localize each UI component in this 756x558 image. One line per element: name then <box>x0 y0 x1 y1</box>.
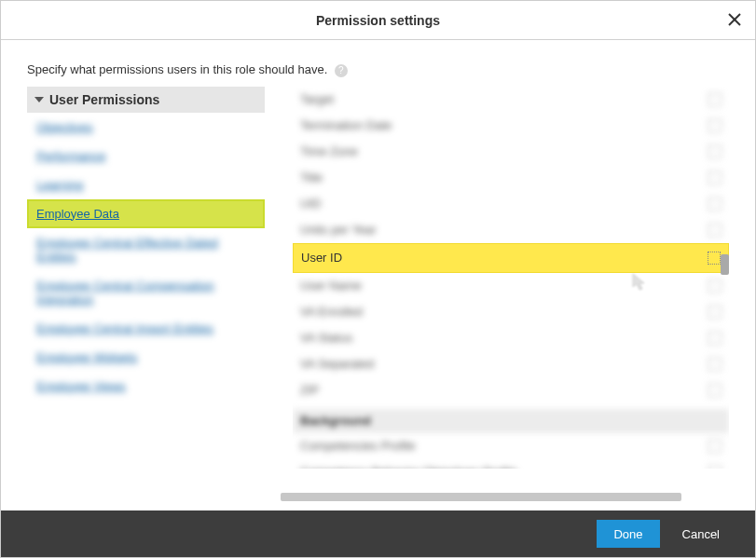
done-button[interactable]: Done <box>597 520 659 548</box>
checkbox[interactable] <box>708 358 722 371</box>
dialog-header: Permission settings <box>1 1 755 40</box>
permission-label: User ID <box>301 251 708 265</box>
chevron-down-icon <box>34 97 44 102</box>
category-header-label: User Permissions <box>49 92 159 107</box>
permission-row[interactable]: Title <box>293 165 729 191</box>
permission-row[interactable]: Competencies Profile <box>293 433 729 459</box>
category-header[interactable]: User Permissions <box>27 87 265 113</box>
permission-row[interactable]: Units per Year <box>293 217 729 243</box>
checkbox[interactable] <box>708 466 722 469</box>
checkbox[interactable] <box>708 224 722 237</box>
help-icon[interactable]: ? <box>335 64 348 77</box>
checkbox[interactable] <box>708 197 722 211</box>
permission-row[interactable]: Time Zone <box>293 139 729 165</box>
dialog-title: Permission settings <box>316 13 440 28</box>
checkbox[interactable] <box>708 93 722 106</box>
checkbox[interactable] <box>708 306 722 319</box>
sidebar-item[interactable]: Objectives <box>27 113 265 142</box>
permission-row[interactable]: Competency Behavior Objectives Profile <box>293 459 729 469</box>
sidebar-item[interactable]: Learning <box>27 170 265 199</box>
content-row: User Permissions Objectives Performance … <box>27 87 729 469</box>
permission-settings-dialog: Permission settings Specify what permiss… <box>0 0 756 558</box>
sidebar-item[interactable]: Employee Central Compensation Integratio… <box>27 271 265 314</box>
checkbox[interactable] <box>708 145 722 158</box>
dialog-footer: Done Cancel <box>1 510 755 557</box>
permission-row[interactable]: Target <box>293 87 729 113</box>
checkbox[interactable] <box>708 252 721 265</box>
cursor-icon <box>632 273 647 292</box>
checkbox[interactable] <box>708 332 722 345</box>
dialog-body: Specify what permissions users in this r… <box>1 40 755 510</box>
sidebar-item-employee-data[interactable]: Employee Data <box>27 199 265 228</box>
cancel-button[interactable]: Cancel <box>666 520 736 548</box>
checkbox[interactable] <box>708 440 722 453</box>
sidebar-item[interactable]: Employee Widgets <box>27 343 265 372</box>
instruction-text: Specify what permissions users in this r… <box>27 62 729 77</box>
permission-row[interactable]: Termination Date <box>293 113 729 139</box>
checkbox[interactable] <box>708 171 722 184</box>
permission-row[interactable]: VA Enrolled <box>293 299 729 325</box>
checkbox[interactable] <box>708 119 722 132</box>
close-icon[interactable] <box>725 10 744 29</box>
checkbox[interactable] <box>708 279 722 293</box>
sidebar-item[interactable]: Performance <box>27 142 265 170</box>
permission-row-user-id[interactable]: User ID <box>293 243 729 273</box>
sidebar-item-label: Employee Data <box>36 207 119 221</box>
instruction-label: Specify what permissions users in this r… <box>27 62 327 76</box>
scrollbar[interactable] <box>721 254 729 275</box>
permission-row[interactable]: UID <box>293 191 729 217</box>
sidebar-item[interactable]: Employee Central Import Entities <box>27 314 265 343</box>
permission-row[interactable]: ZIP <box>293 377 729 403</box>
permission-row[interactable]: VA Separated <box>293 351 729 377</box>
scrollbar-horizontal[interactable] <box>281 493 681 501</box>
category-list: Objectives Performance Learning Employee… <box>27 113 265 401</box>
permission-row[interactable]: VA Status <box>293 325 729 351</box>
category-sidebar: User Permissions Objectives Performance … <box>27 87 265 469</box>
sidebar-item[interactable]: Employee Views <box>27 372 265 401</box>
permission-panel: Target Termination Date Time Zone Title … <box>293 87 729 469</box>
permission-row[interactable]: User Name <box>293 273 729 299</box>
permission-list: Target Termination Date Time Zone Title … <box>293 87 729 469</box>
sidebar-item[interactable]: Employee Central Effective Dated Entitie… <box>27 228 265 271</box>
permission-section-header: Background <box>293 409 729 433</box>
checkbox[interactable] <box>708 384 722 397</box>
